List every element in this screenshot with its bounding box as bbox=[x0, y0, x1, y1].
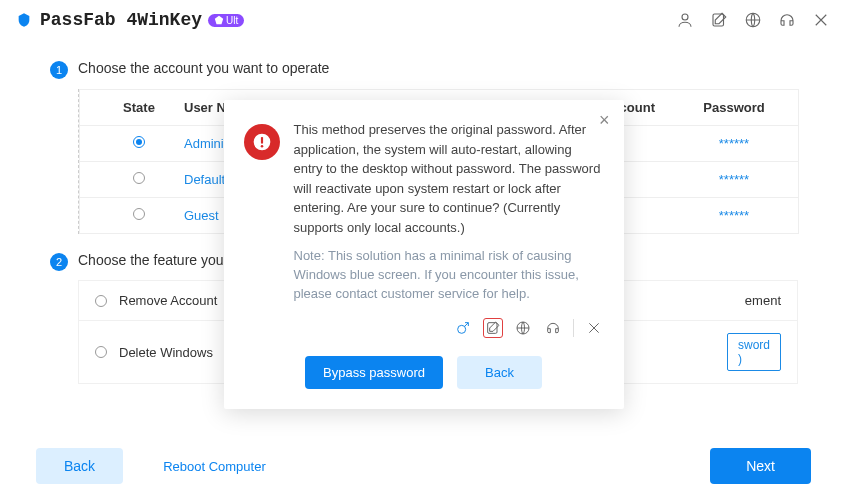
close-icon[interactable] bbox=[811, 10, 831, 30]
svg-rect-4 bbox=[260, 137, 262, 144]
row-radio[interactable] bbox=[133, 136, 145, 148]
edition-badge: Ult bbox=[208, 14, 244, 27]
modal-close-icon[interactable]: × bbox=[599, 110, 610, 131]
step-badge: 1 bbox=[50, 61, 68, 79]
step-badge: 2 bbox=[50, 253, 68, 271]
reboot-link[interactable]: Reboot Computer bbox=[163, 459, 266, 474]
modal-text: This method preserves the original passw… bbox=[294, 120, 604, 237]
pwd-cell: ****** bbox=[684, 172, 784, 187]
globe-icon[interactable] bbox=[743, 10, 763, 30]
app-logo-icon bbox=[16, 12, 32, 28]
modal-back-button[interactable]: Back bbox=[457, 356, 542, 389]
globe-icon[interactable] bbox=[513, 318, 533, 338]
step-label: Choose the feature you w bbox=[78, 252, 238, 268]
bypass-password-button[interactable]: Bypass password bbox=[305, 356, 443, 389]
next-button[interactable]: Next bbox=[710, 448, 811, 484]
user-icon[interactable] bbox=[675, 10, 695, 30]
modal-note: Note: This solution has a minimal risk o… bbox=[294, 247, 604, 304]
feature-label: Delete Windows bbox=[119, 345, 213, 360]
warning-icon bbox=[244, 124, 280, 160]
male-icon[interactable] bbox=[453, 318, 473, 338]
step-label: Choose the account you want to operate bbox=[78, 60, 329, 76]
row-radio[interactable] bbox=[133, 172, 145, 184]
feature-radio[interactable] bbox=[95, 346, 107, 358]
edit-icon[interactable] bbox=[709, 10, 729, 30]
pwd-cell: ****** bbox=[684, 136, 784, 151]
svg-point-5 bbox=[260, 145, 263, 148]
app-title: PassFab 4WinKey bbox=[40, 10, 202, 30]
col-state: State bbox=[94, 100, 184, 115]
headset-icon[interactable] bbox=[777, 10, 797, 30]
svg-point-0 bbox=[682, 14, 688, 20]
row-radio[interactable] bbox=[133, 208, 145, 220]
step-1-header: 1 Choose the account you want to operate bbox=[50, 60, 797, 79]
headset-icon[interactable] bbox=[543, 318, 563, 338]
col-password: Password bbox=[684, 100, 784, 115]
feature-highlight-box: sword) bbox=[727, 333, 781, 371]
footer: Back Reboot Computer Next bbox=[36, 448, 811, 484]
pwd-cell: ****** bbox=[684, 208, 784, 223]
feature-radio[interactable] bbox=[95, 295, 107, 307]
back-button[interactable]: Back bbox=[36, 448, 123, 484]
edit-icon[interactable] bbox=[483, 318, 503, 338]
feature-label: Remove Account bbox=[119, 293, 217, 308]
close-icon[interactable] bbox=[584, 318, 604, 338]
modal-icon-row bbox=[294, 318, 604, 338]
titlebar: PassFab 4WinKey Ult bbox=[0, 0, 847, 40]
confirm-modal: × This method preserves the original pas… bbox=[224, 100, 624, 409]
